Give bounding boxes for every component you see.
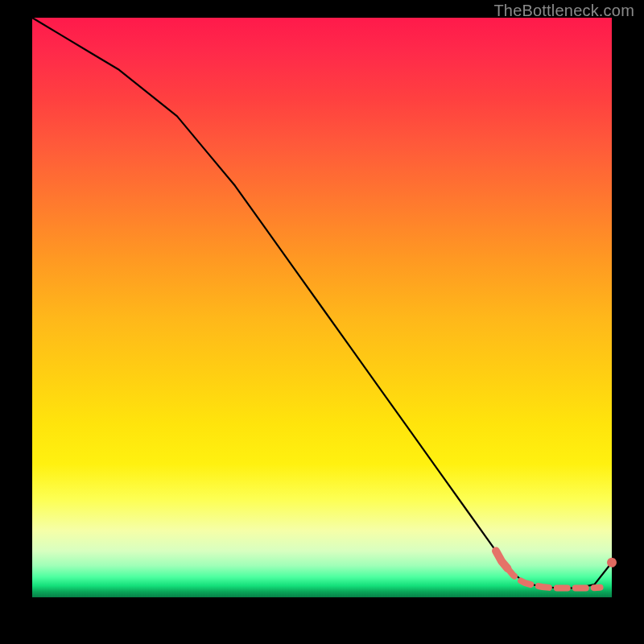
main-curve-line [32,18,612,588]
end-dot [607,558,617,568]
chart-overlay [32,18,612,597]
recommendation-band-dashed [507,568,600,588]
series-layer [32,18,617,588]
chart-frame: TheBottleneck.com [0,0,644,644]
